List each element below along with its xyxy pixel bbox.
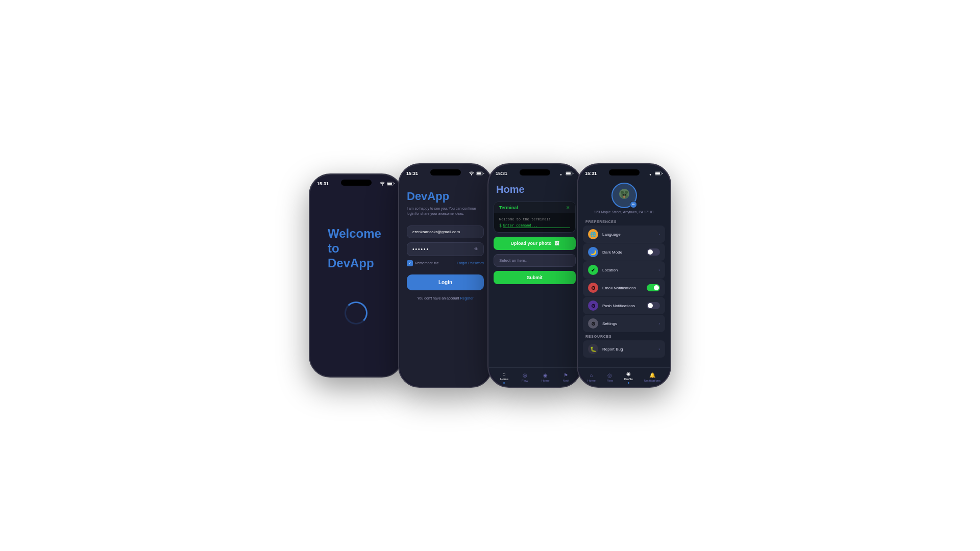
phone-login: 15:31 DevApp I am so happy to see you. Y… [398,163,493,388]
profile-nav-notifications[interactable]: 🔔 Notifications [644,372,660,382]
terminal-body: Welcome to the terminal! $ Enter command… [494,213,575,232]
language-icon: 🌐 [590,232,596,237]
loading-spinner [345,302,368,324]
svg-rect-15 [655,172,660,174]
password-input-display[interactable]: •••••• 👁 [407,242,484,256]
push-notif-toggle-thumb [648,303,653,308]
home-title: Home [496,184,573,195]
nav-home[interactable]: ⌂ Home [500,371,508,384]
language-label: Language [602,232,654,237]
nav-notif[interactable]: ⚑ Notif [563,372,569,382]
settings-settings[interactable]: ⚙ Settings › [583,315,665,332]
status-icons-2 [469,171,484,176]
location-icon: ✔ [591,267,595,273]
push-notifications-toggle[interactable] [647,302,660,309]
terminal-title: Terminal [499,205,518,210]
phone-profile: 15:31 [577,163,671,388]
remember-label: Remember Me [415,261,438,265]
profile-nav-notif-icon: 🔔 [649,372,655,378]
nav-flow-label: Flow [522,379,528,382]
nav-notif-label: Notif [563,379,569,382]
nav-home-icon: ⌂ [503,371,506,377]
forgot-password-link[interactable]: Forgot Password [457,261,484,265]
svg-point-0 [382,184,383,185]
splash-screen: 15:31 Welcome to DevApp [310,174,402,377]
report-bug-icon-wrap: 🐛 [588,344,598,354]
dynamic-island-3 [520,169,550,176]
select-dropdown[interactable]: Select an item... [494,254,576,267]
nav-home-label: Home [500,378,508,381]
remember-row: ✓ Remember Me Forgot Password [407,260,484,266]
battery-icon-3 [566,171,574,176]
settings-dark-mode[interactable]: 🌙 Dark Mode [583,243,665,261]
svg-rect-14 [662,173,663,174]
settings-push-notifications[interactable]: ⚙ Push Notifications [583,297,665,314]
report-bug-arrow-icon: › [658,347,660,352]
no-account-row: You don't have an account Register [407,296,484,300]
dark-mode-icon-wrap: 🌙 [588,247,598,257]
dark-mode-toggle[interactable] [647,248,660,256]
svg-rect-11 [566,172,571,174]
settings-report-bug[interactable]: 🐛 Report Bug › [583,340,665,358]
email-input-display[interactable]: erenkaancakr@gmail.com [407,226,484,238]
eye-icon[interactable]: 👁 [474,247,478,252]
login-subtitle: I am so happy to see you. You can contin… [407,206,484,216]
battery-icon [387,182,395,186]
submit-button[interactable]: Submit [494,271,576,284]
profile-nav-profile-label: Profile [624,378,633,381]
dark-mode-label: Dark Mode [602,250,643,255]
terminal-header: Terminal ✕ [494,202,575,213]
splash-content: Welcome to DevApp [310,174,402,377]
avatar-edit-badge[interactable]: ✏ [630,201,637,208]
profile-bottom-nav: ⌂ Home ◎ Flow ◉ Profile 🔔 Notificati [578,367,670,387]
nav-profile[interactable]: ◉ Home [542,372,550,382]
login-button[interactable]: Login [407,274,484,290]
profile-screen: 15:31 [578,164,670,387]
splash-title: Welcome to DevApp [320,227,392,270]
push-notif-icon-wrap: ⚙ [588,300,598,311]
remember-checkbox[interactable]: ✓ [407,260,413,266]
profile-nav-profile[interactable]: ◉ Profile [624,371,633,384]
settings-label: Settings [602,321,654,326]
register-link[interactable]: Register [460,296,473,300]
nav-flow[interactable]: ◎ Flow [522,372,528,382]
settings-icon-wrap: ⚙ [588,318,598,329]
profile-nav-home[interactable]: ⌂ Home [587,372,596,382]
settings-email-notifications[interactable]: ⚙ Email Notifications [583,279,665,296]
terminal-welcome: Welcome to the terminal! [499,217,570,221]
terminal-input[interactable]: Enter command... [503,223,570,228]
nav-flow-icon: ◎ [523,372,527,378]
svg-point-23 [623,196,625,198]
settings-gear-icon: ⚙ [591,321,596,327]
dynamic-island-2 [430,169,461,176]
upload-photo-button[interactable]: Upload your photo 🖼 [494,237,576,250]
status-icons-4 [647,171,663,176]
status-time-3: 15:31 [496,171,507,176]
profile-header: ✏ 123 Maple Street, Anytown, PA 17101 [578,180,670,218]
status-time: 15:31 [317,181,329,186]
profile-nav-notif-label: Notifications [644,379,660,382]
login-screen: 15:31 DevApp I am so happy to see you. Y… [399,164,492,387]
battery-icon-2 [476,171,484,176]
svg-point-12 [650,174,651,175]
nav-profile-icon: ◉ [543,372,548,378]
wifi-icon-4 [647,171,653,176]
login-content: DevApp I am so happy to see you. You can… [399,182,492,387]
profile-nav-flow-icon: ◎ [607,372,612,378]
terminal-close-button[interactable]: ✕ [566,205,570,210]
email-notifications-toggle[interactable] [647,284,660,291]
settings-location[interactable]: ✔ Location › [583,261,665,279]
profile-nav-home-icon: ⌂ [590,372,593,378]
wifi-icon [379,182,385,186]
profile-nav-flow-label: Flow [606,379,613,382]
wifi-icon-3 [558,171,564,176]
settings-language[interactable]: 🌐 Language › [583,226,665,243]
profile-nav-active-dot [628,382,629,384]
password-dots: •••••• [412,246,474,252]
profile-nav-flow[interactable]: ◎ Flow [606,372,613,382]
home-content: Home Terminal ✕ Welcome to the terminal!… [488,180,581,387]
svg-rect-3 [387,183,392,185]
terminal-dollar: $ [499,223,502,228]
home-header: Home [488,180,581,198]
svg-point-22 [624,194,626,196]
